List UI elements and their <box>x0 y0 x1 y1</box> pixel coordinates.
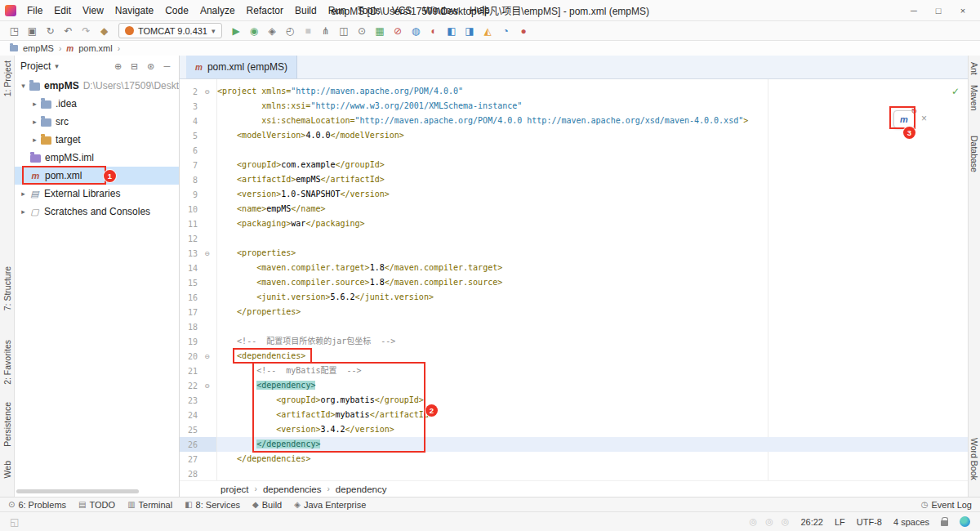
toolwindow-java-enterprise[interactable]: ◈Java Enterprise <box>294 500 366 510</box>
build-hammer-icon[interactable]: ◆ <box>96 24 112 38</box>
chevron-down-icon[interactable]: ▾ <box>55 62 59 70</box>
menu-help[interactable]: Help <box>464 3 496 18</box>
plugin-red-icon[interactable]: ● <box>516 24 532 38</box>
line-separator[interactable]: LF <box>835 517 845 527</box>
code-line-3[interactable]: xmlns:xsi="http://www.w3.org/2001/XMLSch… <box>217 99 968 114</box>
crumb-project[interactable]: project <box>220 484 249 494</box>
toolwindow-services[interactable]: ◧8: Services <box>185 500 240 510</box>
code-line-12[interactable] <box>217 231 968 246</box>
code-line-14[interactable]: <maven.compiler.target>1.8</maven.compil… <box>217 261 968 275</box>
toolwindow-problems[interactable]: ⊙6: Problems <box>8 500 66 510</box>
caret-position[interactable]: 26:22 <box>800 517 823 527</box>
menu-file[interactable]: File <box>21 3 48 18</box>
no-entry-icon[interactable]: ⊘ <box>390 24 406 38</box>
stripe-button-favorites[interactable]: 2: Favorites <box>2 340 12 385</box>
profiler-icon[interactable]: ◴ <box>283 24 298 38</box>
project-scrollbar[interactable] <box>16 489 139 493</box>
file-encoding[interactable]: UTF-8 <box>857 517 882 527</box>
code-line-24[interactable]: <artifactId>mybatis</artifactId> <box>217 408 968 422</box>
menu-refactor[interactable]: Refactor <box>241 3 289 18</box>
hide-panel-icon[interactable]: ─ <box>161 61 173 71</box>
maximize-button[interactable]: □ <box>926 6 951 16</box>
minimize-button[interactable]: ─ <box>902 6 926 16</box>
settings-icon[interactable]: ⊛ <box>145 61 157 72</box>
menu-window[interactable]: Window <box>417 3 464 18</box>
menu-edit[interactable]: Edit <box>48 3 77 18</box>
tree-item-empms-iml-file[interactable]: empMS.iml <box>15 149 179 167</box>
run-icon[interactable]: ▶ <box>229 24 244 38</box>
code-lines[interactable]: <project xmlns="http://maven.apache.org/… <box>217 79 968 480</box>
chevron-right-icon[interactable]: ▸ <box>29 118 40 126</box>
collapse-all-icon[interactable]: ⊟ <box>128 61 140 72</box>
project-structure-icon[interactable]: ◫ <box>336 24 352 38</box>
search-everywhere-icon[interactable]: ◍ <box>408 24 424 38</box>
maven-reload-button[interactable]: m ↻ <box>893 110 915 128</box>
debug-icon[interactable]: ◉ <box>247 24 262 38</box>
code-line-10[interactable]: <name>empMS</name> <box>217 202 968 216</box>
stripe-button-database[interactable]: Database <box>969 136 979 172</box>
tree-item-empms-root[interactable]: ▾empMS D:\Users\17509\Desktop <box>15 77 179 95</box>
readonly-lock-icon[interactable] <box>941 520 948 526</box>
code-line-8[interactable]: <artifactId>empMS</artifactId> <box>217 172 968 187</box>
indent-setting[interactable]: 4 spaces <box>893 517 929 527</box>
tree-item-target-folder[interactable]: ▸target <box>15 131 179 149</box>
code-line-16[interactable]: <junit.version>5.6.2</junit.version> <box>217 290 968 305</box>
code-line-9[interactable]: <version>1.0-SNAPSHOT</version> <box>217 187 968 202</box>
stripe-button-maven[interactable]: Maven <box>969 85 979 111</box>
menu-navigate[interactable]: Navigate <box>109 3 159 18</box>
code-line-26[interactable]: </dependency> <box>217 437 968 452</box>
code-line-27[interactable]: </dependencies> <box>217 452 968 466</box>
stripe-button-persistence[interactable]: Persistence <box>2 402 12 447</box>
open-project-icon[interactable]: ◳ <box>7 24 22 38</box>
nav-item-empms[interactable]: empMS <box>23 43 54 53</box>
search-icon[interactable]: ⊙ <box>354 24 370 38</box>
database-console-icon[interactable]: ▦ <box>372 24 388 38</box>
dismiss-maven-popup-icon[interactable]: × <box>921 113 927 124</box>
toolwindow-todo[interactable]: ▤TODO <box>78 500 115 510</box>
fold-icon[interactable]: ⊖ <box>198 382 216 390</box>
status-indicator-icon-3[interactable]: ◎ <box>782 516 790 527</box>
code-line-6[interactable] <box>217 143 968 158</box>
stop-icon[interactable]: ■ <box>301 24 316 38</box>
tree-item-scratches[interactable]: ▸▢Scratches and Consoles <box>15 203 179 221</box>
locate-file-icon[interactable]: ⊕ <box>112 61 124 72</box>
status-indicator-icon-2[interactable]: ◎ <box>765 516 773 527</box>
crumb-dependencies[interactable]: dependencies <box>263 484 322 494</box>
crumb-dependency[interactable]: dependency <box>336 484 387 494</box>
toolwindow-build[interactable]: ◆Build <box>252 500 282 510</box>
stripe-button-structure[interactable]: 7: Structure <box>2 266 12 310</box>
code-line-11[interactable]: <packaging>war</packaging> <box>217 216 968 231</box>
code-line-28[interactable] <box>217 466 968 480</box>
chevron-right-icon[interactable]: ▸ <box>18 190 29 198</box>
close-button[interactable]: × <box>951 6 975 16</box>
menu-vcs[interactable]: VCS <box>386 3 418 18</box>
fold-icon[interactable]: ⊖ <box>198 353 216 360</box>
coverage-icon[interactable]: ◈ <box>265 24 280 38</box>
stripe-button-project[interactable]: 1: Project <box>2 60 12 96</box>
wrench-icon[interactable]: ⋔ <box>318 24 334 38</box>
code-line-2[interactable]: <project xmlns="http://maven.apache.org/… <box>217 84 968 99</box>
code-line-25[interactable]: <version>3.4.2</version> <box>217 422 968 437</box>
chevron-right-icon[interactable]: ▸ <box>29 136 40 144</box>
fold-icon[interactable]: ⊖ <box>198 88 216 96</box>
fold-icon[interactable]: ⊖ <box>198 250 216 257</box>
menu-code[interactable]: Code <box>159 3 194 18</box>
stripe-button-web[interactable]: Web <box>2 461 12 478</box>
code-line-18[interactable] <box>217 319 968 334</box>
tree-item-pom-xml-file[interactable]: mpom.xml <box>15 167 179 185</box>
nav-item-pom[interactable]: pom.xml <box>78 43 113 53</box>
menu-build[interactable]: Build <box>289 3 323 18</box>
plugin-blue-icon[interactable]: ◔ <box>498 24 514 38</box>
code-line-21[interactable]: <!-- myBatis配置 --> <box>217 364 968 378</box>
stripe-button-word-book[interactable]: Word Book <box>969 438 979 480</box>
menu-tools[interactable]: Tools <box>352 3 386 18</box>
menu-analyze[interactable]: Analyze <box>194 3 241 18</box>
chevron-down-icon[interactable]: ▾ <box>18 82 29 90</box>
dl-plugin-icon[interactable]: ◧ <box>444 24 460 38</box>
translate-plugin-icon[interactable]: ◐ <box>426 24 442 38</box>
toolwindow-switcher-icon[interactable]: ◱ <box>10 516 19 528</box>
code-line-19[interactable]: <!-- 配置项目所依赖的jar包坐标 --> <box>217 334 968 349</box>
ide-status-icon[interactable] <box>960 516 970 527</box>
chevron-right-icon[interactable]: ▸ <box>29 100 40 108</box>
undo-icon[interactable]: ↶ <box>60 24 76 38</box>
